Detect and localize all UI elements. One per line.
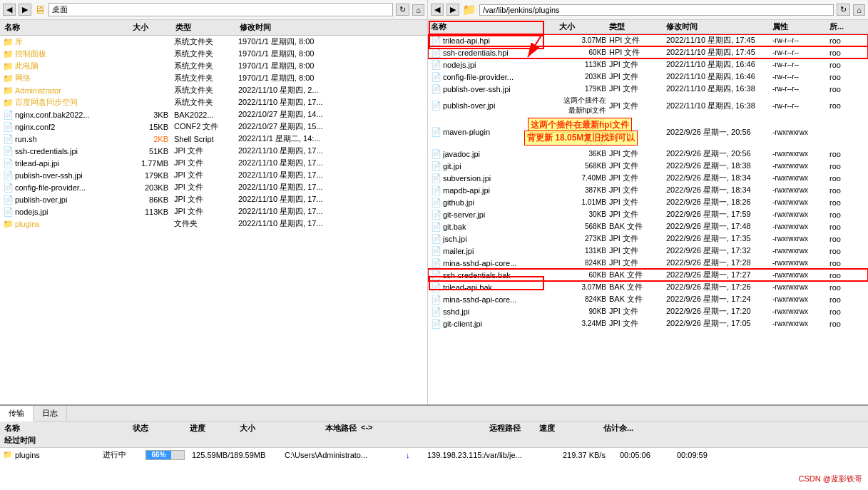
left-file-row[interactable]: 📄 run.sh 2KB Shell Script 2022/11/1 星期二,… [0,133,427,145]
file-size: 15KB [131,123,174,131]
transfer-local-path: C:\Users\Administrato... [285,451,406,459]
left-file-row[interactable]: 📄 ssh-credentials.jpi 51KB JPI 文件 2022/1… [0,145,427,157]
file-name: 📄 jsch.jpi [431,234,559,244]
right-file-row[interactable]: 📄 subversion.jpi 7.40MB JPI 文件 2022/9/26… [428,172,868,184]
right-file-row[interactable]: 📄 sshd.jpi 90KB JPI 文件 2022/9/26 星期一, 17… [428,305,868,317]
left-file-row[interactable]: 📄 publish-over-ssh.jpi 179KB JPI 文件 2022… [0,169,427,181]
right-file-row[interactable]: 📄 github.jpi 1.01MB JPI 文件 2022/9/26 星期一… [428,196,868,208]
right-file-row[interactable]: 📄 mailer.jpi 131KB JPI 文件 2022/9/26 星期一,… [428,245,868,257]
file-type: JPI 文件 [609,233,666,244]
right-file-row[interactable]: 📄 mina-sshd-api-core... 824KB BAK 文件 202… [428,293,868,305]
file-name-text: nodejs.jpi [15,208,48,216]
file-type: JPI 文件 [609,306,666,317]
transfer-row[interactable]: 📁 plugins 进行中 66% 125.59MB/189.59MB C:\U… [0,448,868,461]
transfer-col-size: 大小 [238,422,324,434]
file-size: 这两个插件在最新hpi文件 [559,96,609,116]
right-col-name: 名称 [431,21,559,32]
right-refresh-btn[interactable]: ↻ [837,4,850,16]
right-file-row[interactable]: 📄 ssh-credentials.bak 60KB BAK 文件 2022/9… [428,269,868,281]
file-attr: -rwxrwxrwx [772,162,829,170]
file-type: JPI 文件 [609,318,666,329]
file-owner: roo [829,247,865,255]
left-file-row[interactable]: 📁 此电脑 系统文件夹 1970/1/1 星期四, 8:00 [0,60,427,72]
right-file-row[interactable]: 📄 nodejs.jpi 113KB JPI 文件 2022/11/10 星期四… [428,58,868,71]
file-size: 1.01MB [559,198,609,206]
left-file-row[interactable]: 📁 百度网盘同步空间 系统文件夹 2022/11/10 星期四, 17... [0,96,427,108]
file-owner: roo [829,36,865,45]
left-forward-btn[interactable]: ▶ [19,4,31,16]
right-file-row[interactable]: 📄 publish-over-ssh.jpi 179KB JPI 文件 2022… [428,83,868,95]
right-file-row[interactable]: 📄 trilead-api.bak 3.07MB BAK 文件 2022/9/2… [428,281,868,293]
tab-log[interactable]: 日志 [34,406,67,421]
left-file-row[interactable]: 📄 nginx.conf2 15KB CONF2 文件 2022/10/27 星… [0,121,427,133]
right-home-btn[interactable]: ⌂ [853,4,865,16]
transfer-elapsed: 00:09:59 [677,451,734,459]
file-name: 📄 git.bak [431,222,559,232]
file-type: HPI 文件 [609,35,666,46]
left-file-row[interactable]: 📄 nginx.conf.bak2022... 3KB BAK2022... 2… [0,108,427,121]
file-type: JPI 文件 [609,173,666,183]
left-path[interactable]: 桌面 [48,3,393,16]
left-home-btn[interactable]: ⌂ [412,4,424,16]
file-date: 2022/10/27 星期四, 15... [238,121,424,132]
right-file-row[interactable]: 📄 git.jpi 568KB JPI 文件 2022/9/26 星期一, 18… [428,160,868,172]
file-name-text: github.jpi [443,198,474,207]
right-file-row[interactable]: 📄 javadoc.jpi 36KB JPI 文件 2022/9/26 星期一,… [428,148,868,160]
tab-transfer[interactable]: 传输 [0,406,34,422]
left-file-row[interactable]: 📄 trilead-api.jpi 1.77MB JPI 文件 2022/11/… [0,157,427,169]
right-file-row[interactable]: 📄 git-client.jpi 3.24MB JPI 文件 2022/9/26… [428,317,868,330]
file-name-text: git.bak [443,223,466,231]
left-file-row[interactable]: 📁 plugins 文件夹 2022/11/10 星期四, 17... [0,218,427,230]
left-file-row[interactable]: 📁 网络 系统文件夹 1970/1/1 星期四, 8:00 [0,72,427,84]
right-file-row[interactable]: 📄 config-file-provider... 203KB JPI 文件 2… [428,71,868,83]
left-file-row[interactable]: 📁 Administrator 系统文件夹 2022/11/10 星期四, 2.… [0,84,427,96]
left-file-row[interactable]: 📁 库 系统文件夹 1970/1/1 星期四, 8:00 [0,36,427,48]
file-attr: -rwxrwxrwx [772,283,829,291]
right-file-row[interactable]: 📄 ssh-credentials.hpi 60KB HPI 文件 2022/1… [428,46,868,58]
file-icon: 📄 [431,270,441,280]
left-refresh-btn[interactable]: ↻ [396,4,409,16]
file-owner: roo [829,320,865,328]
file-name: 📁 控制面板 [3,49,131,59]
file-name: 📄 publish-over.jpi [431,101,559,111]
right-file-row[interactable]: 📄 publish-over.jpi 这两个插件在最新hpi文件 JPI 文件 … [428,95,868,116]
file-name-text: ssh-credentials.bak [443,271,511,280]
file-icon: 📄 [431,84,441,94]
file-date: 2022/10/27 星期四, 14... [238,109,424,120]
left-back-btn[interactable]: ◀ [3,4,16,16]
file-size: 51KB [131,147,174,155]
file-size: 3.24MB [559,320,609,327]
file-attr: -rwxrwxrwx [772,198,829,206]
right-forward-btn[interactable]: ▶ [446,4,459,16]
right-file-row[interactable]: 📄 mapdb-api.jpi 387KB JPI 文件 2022/9/26 星… [428,184,868,196]
transfer-col-progress: 进度 [188,422,238,434]
left-pane: ◀ ▶ 🖥 桌面 ↻ ⌂ 名称 大小 类型 修改时间 📁 库 系统文件夹 197… [0,0,428,404]
right-back-btn[interactable]: ◀ [431,4,444,16]
file-name-text: git-client.jpi [443,320,482,328]
file-name-text: trilead-api.jpi [15,159,59,168]
file-icon: 📄 [431,307,441,317]
right-path[interactable]: /var/lib/jenkins/plugins [479,4,834,16]
right-file-row[interactable]: 📄 trilead-api.hpi 3.07MB HPI 文件 2022/11/… [428,34,868,46]
left-file-row[interactable]: 📄 config-file-provider... 203KB JPI 文件 2… [0,181,427,193]
right-file-row[interactable]: 📄 mina-sshd-api-core... 824KB JPI 文件 202… [428,257,868,269]
file-name-text: mina-sshd-api-core... [443,259,516,267]
file-name-text: nginx.conf.bak2022... [15,111,90,119]
left-col-date: 修改时间 [238,21,424,34]
file-date: 2022/9/26 星期一, 17:48 [666,221,772,232]
right-file-row[interactable]: 📄 jsch.jpi 273KB JPI 文件 2022/9/26 星期一, 1… [428,233,868,245]
right-file-row[interactable]: 📄 git-server.jpi 30KB JPI 文件 2022/9/26 星… [428,208,868,220]
left-file-row[interactable]: 📄 publish-over.jpi 86KB JPI 文件 2022/11/1… [0,193,427,205]
left-file-row[interactable]: 📄 nodejs.jpi 113KB JPI 文件 2022/11/10 星期四… [0,205,427,218]
csdn-watermark: CSDN @蓝影铁哥 [799,474,862,484]
file-attr: -rwxrwxrwx [772,247,829,255]
file-icon: 📄 [431,282,441,292]
file-date: 2022/9/26 星期一, 18:34 [666,173,772,183]
file-attr: -rw-r--r-- [772,85,829,93]
right-file-row[interactable]: 📄 maven-plugin 背更新 18.05M复旧找到可以 2022/9/2… [428,116,868,148]
file-type: JPI 文件 [174,170,238,180]
left-file-row[interactable]: 📁 控制面板 系统文件夹 1970/1/1 星期四, 8:00 [0,48,427,60]
right-file-row[interactable]: 📄 git.bak 568KB BAK 文件 2022/9/26 星期一, 17… [428,220,868,233]
file-name-text: nodejs.jpi [443,61,476,69]
file-attr: -rw-r--r-- [772,73,829,81]
